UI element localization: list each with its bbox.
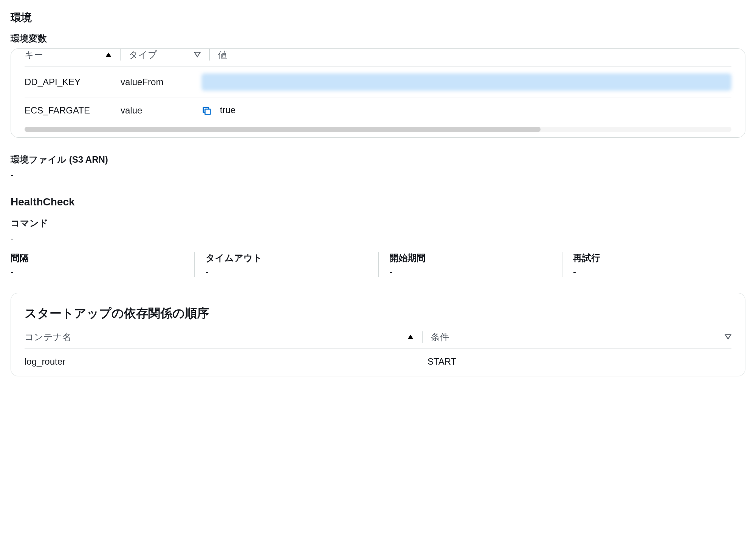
copy-icon[interactable] [201, 106, 212, 116]
hc-interval-value: - [11, 266, 184, 277]
hc-retries-value: - [573, 266, 735, 277]
env-var-value: true [201, 105, 731, 116]
env-vars-panel: キー タイプ 値 DD_API_KEY valueFrom ECS_FARGAT… [11, 48, 745, 138]
env-var-row: DD_API_KEY valueFrom [25, 67, 731, 98]
sort-asc-icon [105, 53, 112, 57]
hc-timeout-label: タイムアウト [206, 252, 367, 264]
hc-timeout-value: - [206, 266, 367, 277]
col-header-type[interactable]: タイプ [129, 49, 201, 61]
startup-container-name: log_router [25, 356, 428, 367]
col-header-type-label: タイプ [129, 49, 157, 61]
env-file-label: 環境ファイル (S3 ARN) [11, 154, 745, 166]
col-header-container[interactable]: コンテナ名 [25, 331, 414, 343]
healthcheck-grid: 間隔 - タイムアウト - 開始期間 - 再試行 - [11, 252, 745, 277]
startup-condition: START [428, 356, 731, 367]
hc-interval-cell: 間隔 - [11, 252, 194, 277]
col-divider [120, 49, 121, 61]
startup-title: スタートアップの依存関係の順序 [25, 305, 731, 322]
startup-dependency-panel: スタートアップの依存関係の順序 コンテナ名 条件 log_router STAR… [11, 293, 745, 376]
svg-rect-0 [205, 109, 210, 114]
col-header-container-label: コンテナ名 [25, 331, 71, 343]
scrollbar-thumb[interactable] [25, 127, 541, 132]
env-var-key: DD_API_KEY [25, 77, 121, 87]
hc-startperiod-label: 開始期間 [389, 252, 551, 264]
col-header-key-label: キー [25, 49, 43, 61]
redacted-value [201, 73, 731, 91]
env-var-type: valueFrom [121, 77, 201, 87]
hc-retries-label: 再試行 [573, 252, 735, 264]
startup-header-row: コンテナ名 条件 [25, 331, 731, 349]
hc-timeout-cell: タイムアウト - [194, 252, 378, 277]
col-header-condition-label: 条件 [431, 331, 449, 343]
env-vars-label: 環境変数 [11, 33, 745, 45]
sort-desc-icon [725, 334, 731, 340]
env-var-value [201, 73, 731, 91]
healthcheck-section: HealthCheck コマンド - 間隔 - タイムアウト - 開始期間 - … [11, 196, 745, 277]
hc-startperiod-value: - [389, 266, 551, 277]
hc-startperiod-cell: 開始期間 - [378, 252, 562, 277]
col-divider [422, 331, 423, 343]
healthcheck-heading: HealthCheck [11, 196, 745, 208]
env-var-value-text: true [220, 105, 235, 115]
env-file-value: - [11, 169, 745, 180]
col-header-value-label: 値 [218, 50, 227, 60]
horizontal-scrollbar[interactable] [25, 127, 731, 132]
hc-retries-cell: 再試行 - [562, 252, 745, 277]
env-file-section: 環境ファイル (S3 ARN) - [11, 154, 745, 180]
hc-interval-label: 間隔 [11, 252, 184, 264]
hc-command-label: コマンド [11, 217, 745, 229]
col-header-key[interactable]: キー [25, 49, 112, 61]
col-header-value[interactable]: 値 [218, 49, 731, 61]
env-var-key: ECS_FARGATE [25, 105, 121, 116]
startup-row: log_router START [25, 349, 731, 368]
environment-heading: 環境 [11, 11, 745, 25]
sort-desc-icon [194, 52, 201, 57]
hc-command-value: - [11, 233, 745, 244]
col-divider [209, 49, 210, 61]
sort-asc-icon [407, 335, 414, 339]
env-var-type: value [121, 105, 201, 116]
env-var-row: ECS_FARGATE value true [25, 98, 731, 123]
col-header-condition[interactable]: 条件 [431, 331, 732, 343]
env-vars-header-row: キー タイプ 値 [25, 49, 731, 67]
